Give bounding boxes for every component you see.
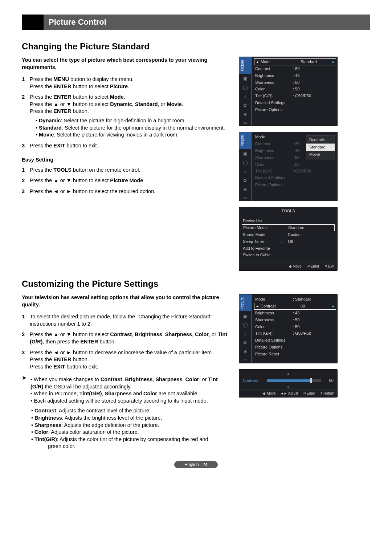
osd-dropdown-option[interactable]: Dynamic <box>306 136 335 143</box>
osd-row-key: Color <box>255 324 291 330</box>
osd-row[interactable]: Tint (G/R): G50/R50 <box>255 93 335 99</box>
input-icon: ◈ <box>244 349 247 354</box>
monitor-icon: ▣ <box>243 313 247 319</box>
step-number: 3 <box>22 142 30 150</box>
osd-row-value: : 50 <box>293 80 335 85</box>
osd-row[interactable]: Brightness: 45 <box>255 72 335 79</box>
arrow-note-item: Each adjusted setting will be stored sep… <box>30 398 229 405</box>
easy-setting-heading: Easy Setting <box>22 156 229 164</box>
definition-item: Contrast: Adjusts the contrast level of … <box>31 407 229 415</box>
osd-row[interactable]: Picture Options <box>255 182 335 188</box>
osd-row-key: Brightness <box>255 148 291 154</box>
step-number: 3 <box>22 188 30 195</box>
osd-row[interactable]: Picture Reset <box>255 351 335 358</box>
osd-row-key: Sharpness <box>255 80 291 85</box>
definition-item: Tint(G/R): Adjusts the color tint of the… <box>31 436 229 443</box>
page-footer: English - 24 <box>174 461 218 468</box>
step-body: Press the MENU button to display the men… <box>30 76 229 90</box>
hint-item: ↰ Exit <box>324 264 334 269</box>
triangle-left-icon: ◂ <box>256 303 259 309</box>
tools-row[interactable]: Sleep Timer:Off <box>243 238 334 245</box>
step-number: 1 <box>22 76 30 90</box>
osd-row[interactable]: Detailed Settings <box>255 337 335 344</box>
osd-row[interactable]: Mode: Standard <box>255 296 335 303</box>
app-icon: ▭ <box>243 357 247 363</box>
arrow-note-item: When in PC mode, Tint(G/R), Sharpness an… <box>30 390 229 398</box>
osd-row-value: : G50/R50 <box>293 331 335 336</box>
app-icon: ▭ <box>243 195 247 201</box>
arrow-icon: ➤ <box>22 374 30 404</box>
step-body: To select the desired picture mode, foll… <box>30 313 229 327</box>
step-number: 2 <box>22 94 30 138</box>
gear-icon: ✿ <box>243 340 247 346</box>
tools-row[interactable]: Add to Favorite <box>243 245 334 252</box>
tools-row-value: Custom <box>284 232 334 237</box>
section1-intro: You can select the type of picture which… <box>22 57 225 71</box>
osd-dropdown-option[interactable]: Movie <box>306 151 335 158</box>
osd-row-value <box>293 182 335 188</box>
osd-row-key: Sharpness <box>255 155 291 160</box>
clock-icon: ◯ <box>243 85 248 90</box>
osd-row[interactable]: Picture Options <box>255 344 335 351</box>
osd-row-key: Brightness <box>255 310 291 316</box>
tools-row-value <box>279 252 334 258</box>
triangle-left-icon: ◂ <box>256 59 259 65</box>
easy-setting-steps: 1Press the TOOLS button on the remote co… <box>22 167 229 195</box>
section2-intro: Your television has several setting opti… <box>22 294 229 308</box>
section-heading-1: Changing the Picture Standard <box>22 41 370 52</box>
osd-row-key: Tint (G/R) <box>255 331 291 336</box>
osd-row[interactable]: ◂Mode: Standard▸ <box>254 58 336 65</box>
osd-row-value <box>293 107 335 113</box>
osd-row[interactable]: Color: 50 <box>255 161 335 168</box>
osd-row-value <box>293 351 335 357</box>
osd-row[interactable]: Brightness: 45 <box>255 310 335 317</box>
triangle-up-icon <box>239 371 337 376</box>
osd1-tab-label: Picture <box>239 57 251 74</box>
osd-row-key: Color <box>255 162 291 167</box>
osd-row[interactable]: Tint (G/R): G50/R50 <box>255 330 335 337</box>
osd-row[interactable]: ◂Contrast: 80▸ <box>254 303 336 310</box>
osd-row-key: Contrast <box>255 141 291 147</box>
step-number: 3 <box>22 349 30 371</box>
section-heading-2: Customizing the Picture Settings <box>22 278 370 290</box>
hint-item: ◄► Adjust <box>280 391 298 396</box>
osd-row-value: : 50 <box>293 317 335 323</box>
input-icon: ◈ <box>244 111 247 117</box>
osd-row-key: Tint (G/R) <box>255 168 291 174</box>
arrow-note-block: ➤ When you make changes to Contrast, Bri… <box>22 374 229 404</box>
tools-row[interactable]: Picture Mode:Standard <box>242 224 335 231</box>
osd-row-value: : 80 <box>298 303 330 309</box>
step-number: 1 <box>22 313 30 327</box>
slider-track[interactable] <box>267 379 321 382</box>
tools-row[interactable]: Switch to Cable <box>243 252 334 258</box>
osd-row[interactable]: Contrast: 80 <box>255 65 335 72</box>
osd-row[interactable]: Color: 50 <box>255 323 335 330</box>
tools-row[interactable]: Device List <box>243 217 334 224</box>
osd-row[interactable]: Color: 50 <box>255 86 335 93</box>
slider-panel: Contrast 80 ▼ ◆ Move◄► Adjust⏎ Enter↺ Re… <box>239 369 338 397</box>
step-number: 1 <box>22 167 30 174</box>
osd-row[interactable]: Picture Options <box>255 106 335 113</box>
osd-row-key: Tint (G/R) <box>255 93 291 99</box>
step-number: 2 <box>22 177 30 184</box>
section1-steps: 1Press the MENU button to display the me… <box>22 76 229 149</box>
osd-row[interactable]: Detailed Settings <box>255 175 335 182</box>
osd-row-value <box>293 100 335 106</box>
slider-knob[interactable] <box>310 378 312 383</box>
osd-row[interactable]: Sharpness: 50 <box>255 79 335 86</box>
osd-row[interactable]: Tint (G/R): G50/R50 <box>255 168 335 175</box>
osd-picture-2: Picture ▣ ◯ ♪ ✿ ◈ ▭ ModeContrast: 80Brig… <box>239 132 338 201</box>
triangle-right-icon: ▸ <box>331 59 335 65</box>
step-bullet: Dynamic: Select the picture for high-def… <box>36 117 229 125</box>
tools-panel: TOOLS Device ListPicture Mode:StandardSo… <box>239 207 338 270</box>
osd-row[interactable]: Sharpness: 50 <box>255 317 335 323</box>
osd-row-value: : 45 <box>293 310 335 316</box>
tools-row[interactable]: Sound Mode:Custom <box>243 231 334 238</box>
slider-hints: ◆ Move◄► Adjust⏎ Enter↺ Return <box>239 390 337 397</box>
osd-dropdown-option[interactable]: Standard <box>306 143 335 151</box>
osd-row[interactable]: Detailed Settings <box>255 99 335 106</box>
monitor-icon: ▣ <box>243 151 247 157</box>
step-body: Press the ENTER button to select Mode.Pr… <box>30 94 229 138</box>
osd-dropdown[interactable]: DynamicStandardMovie <box>306 135 335 159</box>
tools-hints: ◆ Move⏎ Enter↰ Exit <box>239 262 337 270</box>
